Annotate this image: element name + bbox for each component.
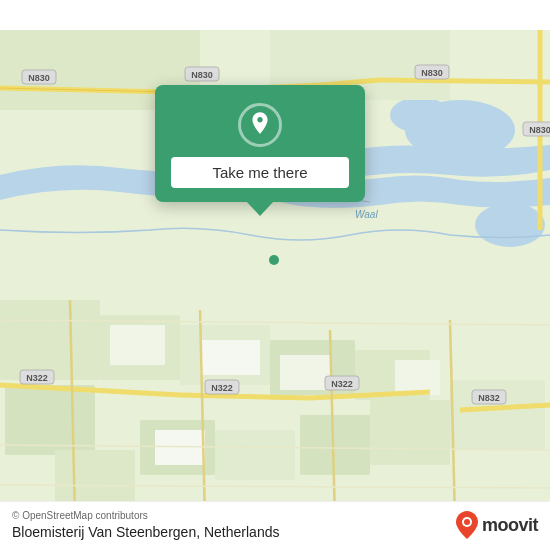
road-label-n830-tc: N830 xyxy=(191,70,213,80)
svg-rect-12 xyxy=(215,430,295,480)
road-label-n830-fr: N830 xyxy=(529,125,550,135)
bottom-info: © OpenStreetMap contributors Bloemisteri… xyxy=(12,510,279,540)
moovit-logo: moovit xyxy=(456,511,538,539)
osm-credit: © OpenStreetMap contributors xyxy=(12,510,279,521)
svg-point-2 xyxy=(390,97,450,133)
svg-rect-20 xyxy=(395,360,440,395)
location-pin-icon xyxy=(247,110,273,140)
location-icon-circle xyxy=(238,103,282,147)
svg-rect-13 xyxy=(300,415,370,475)
svg-rect-14 xyxy=(370,400,450,465)
svg-point-51 xyxy=(464,519,470,525)
bottom-bar: © OpenStreetMap contributors Bloemisteri… xyxy=(0,501,550,550)
map-container: N830 N830 N830 N830 Waal N322 N322 N322 … xyxy=(0,0,550,550)
svg-rect-4 xyxy=(0,300,100,380)
take-me-there-button[interactable]: Take me there xyxy=(171,157,349,188)
svg-line-26 xyxy=(380,80,550,82)
svg-rect-18 xyxy=(280,355,330,390)
svg-point-48 xyxy=(269,255,279,265)
svg-rect-17 xyxy=(200,340,260,375)
svg-line-30 xyxy=(180,395,310,398)
map-background: N830 N830 N830 N830 Waal N322 N322 N322 … xyxy=(0,0,550,550)
svg-point-49 xyxy=(258,118,262,122)
svg-rect-16 xyxy=(110,325,165,365)
road-label-n322-c: N322 xyxy=(211,383,233,393)
road-label-waal: Waal xyxy=(355,209,378,220)
road-label-n322-l: N322 xyxy=(26,373,48,383)
moovit-text: moovit xyxy=(482,515,538,536)
moovit-pin-icon xyxy=(456,511,478,539)
road-label-n322-r: N322 xyxy=(331,379,353,389)
road-label-n832: N832 xyxy=(478,393,500,403)
road-label-n830-tl: N830 xyxy=(28,73,50,83)
road-label-n830-tr: N830 xyxy=(421,68,443,78)
place-name: Bloemisterij Van Steenbergen, Netherland… xyxy=(12,524,279,540)
svg-point-3 xyxy=(475,203,545,247)
popup-card: Take me there xyxy=(155,85,365,202)
